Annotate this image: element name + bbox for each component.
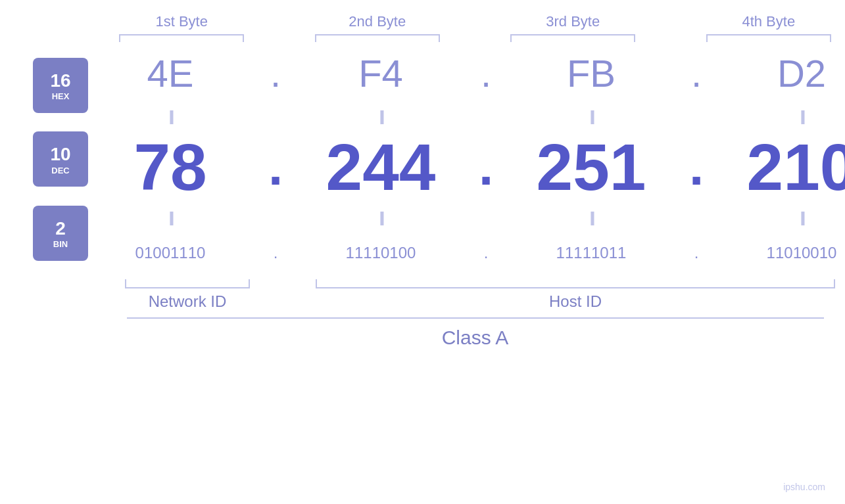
dot-spacer-2 <box>454 13 496 42</box>
network-id-bracket <box>125 279 250 288</box>
col2-dec: 244 <box>326 128 436 206</box>
col3-eq2: || <box>590 206 592 229</box>
col1-eq2: || <box>169 206 172 229</box>
byte2-label: 2nd Byte <box>301 13 454 30</box>
col-2: F4 || 244 || 11110100 <box>299 42 463 277</box>
dot3-bin: . <box>694 229 699 277</box>
values-grid: 4E || 78 || 01001110 . . . F4 || 244 || … <box>88 42 845 277</box>
dot1-bin: . <box>274 229 278 277</box>
col2-eq2: || <box>379 206 382 229</box>
byte1-label: 1st Byte <box>105 13 258 30</box>
col2-bin: 11110100 <box>346 229 416 277</box>
col2-eq1: || <box>379 104 382 128</box>
dot-spacer-bottom-1 <box>270 279 316 311</box>
dot-spacer-3 <box>649 13 692 42</box>
byte-headers: 1st Byte 2nd Byte 3rd Byte 4th Byte <box>0 0 845 42</box>
bin-label: BIN <box>53 239 68 249</box>
bin-number: 2 <box>55 218 66 240</box>
col4-bin: 11010010 <box>767 229 837 277</box>
class-bracket-line <box>127 317 824 319</box>
col-1: 4E || 78 || 01001110 <box>88 42 253 277</box>
col1-bin: 01001110 <box>135 229 206 277</box>
dot2-dec: . <box>479 128 493 206</box>
dec-number: 10 <box>50 143 70 166</box>
byte4-bracket <box>706 34 831 42</box>
byte3-bracket <box>510 34 635 42</box>
col3-eq1: || <box>590 104 592 128</box>
col3-dec: 251 <box>537 128 646 206</box>
col4-dec: 210 <box>747 128 845 206</box>
hex-badge: 16 HEX <box>33 58 88 113</box>
class-section: Class A <box>0 317 845 349</box>
base-badges: 16 HEX 10 DEC 2 BIN <box>33 42 88 277</box>
col4-eq2: || <box>800 206 803 229</box>
col-3: FB || 251 || 11111011 <box>509 42 673 277</box>
host-id-section: Host ID <box>316 279 835 311</box>
byte1-bracket <box>119 34 244 42</box>
hex-number: 16 <box>50 70 70 92</box>
byte4-header: 4th Byte <box>692 13 845 42</box>
rows-area: 16 HEX 10 DEC 2 BIN 4E || 78 || 01001110 <box>0 42 845 277</box>
dec-badge: 10 DEC <box>33 131 88 187</box>
byte3-label: 3rd Byte <box>496 13 649 30</box>
dot1-dec: . <box>268 128 283 206</box>
class-label: Class A <box>442 327 509 349</box>
byte4-label: 4th Byte <box>692 13 845 30</box>
col1-dec: 78 <box>133 128 206 206</box>
col1-hex: 4E <box>147 42 194 104</box>
host-id-label: Host ID <box>549 292 602 311</box>
network-id-label: Network ID <box>149 292 227 311</box>
byte2-header: 2nd Byte <box>301 13 454 42</box>
col3-bin: 11111011 <box>556 229 627 277</box>
dot2-bin: . <box>484 229 489 277</box>
byte3-header: 3rd Byte <box>496 13 649 42</box>
hex-label: HEX <box>52 91 70 101</box>
dot-3: . . . <box>673 42 719 277</box>
dot2-hex: . <box>481 42 491 104</box>
col1-eq1: || <box>169 104 172 128</box>
dot-1: . . . <box>253 42 299 277</box>
dot3-hex: . <box>691 42 702 104</box>
watermark: ipshu.com <box>783 482 825 492</box>
network-id-section: Network ID <box>105 279 270 311</box>
col-4: D2 || 210 || 11010010 <box>719 42 845 277</box>
dec-label: DEC <box>51 166 69 175</box>
main-container: 1st Byte 2nd Byte 3rd Byte 4th Byte 16 H… <box>0 0 845 504</box>
dot-2: . . . <box>463 42 509 277</box>
dot1-hex: . <box>270 42 281 104</box>
dot3-dec: . <box>689 128 704 206</box>
host-id-bracket <box>316 279 835 288</box>
dot-spacer-1 <box>258 13 301 42</box>
col3-hex: FB <box>567 42 616 104</box>
bin-badge: 2 BIN <box>33 206 88 261</box>
bottom-section: Network ID Host ID <box>0 279 845 311</box>
col4-eq1: || <box>800 104 803 128</box>
col4-hex: D2 <box>777 42 826 104</box>
byte2-bracket <box>315 34 440 42</box>
byte1-header: 1st Byte <box>105 13 258 42</box>
col2-hex: F4 <box>358 42 403 104</box>
